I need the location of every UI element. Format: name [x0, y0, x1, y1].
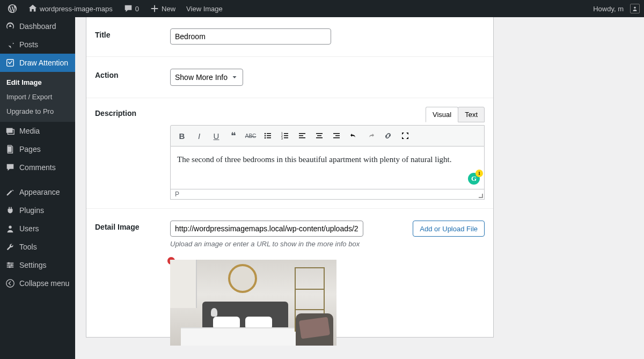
editor-path: P [175, 191, 179, 198]
svg-rect-4 [8, 146, 12, 152]
action-select[interactable]: Show More Info [170, 69, 243, 86]
strike-button[interactable]: ABC [243, 128, 259, 144]
action-row: Action Show More Info [86, 57, 493, 98]
detail-hint: Upload an image or enter a URL to show i… [170, 240, 485, 248]
comments-link[interactable]: 0 [120, 4, 142, 13]
detail-url-input[interactable] [170, 221, 363, 237]
svg-rect-26 [299, 135, 303, 136]
admin-bar: wordpress-image-maps 0 New View Image Ho… [0, 0, 644, 17]
wp-logo-icon[interactable] [4, 4, 20, 13]
menu-users[interactable]: Users [0, 219, 75, 238]
menu-plugins[interactable]: Plugins [0, 201, 75, 219]
svg-point-17 [265, 137, 266, 138]
bullet-list-button[interactable] [260, 128, 276, 144]
comments-icon [5, 163, 15, 172]
new-link[interactable]: New [147, 4, 179, 13]
undo-button[interactable] [346, 128, 362, 144]
submenu-import-export[interactable]: Import / Export [0, 90, 75, 104]
upload-button[interactable]: Add or Upload File [413, 221, 485, 237]
fullscreen-button[interactable] [397, 128, 413, 144]
svg-rect-25 [299, 133, 305, 134]
menu-draw-attention[interactable]: Draw Attention [0, 54, 75, 72]
comments-count: 0 [135, 5, 139, 13]
align-left-button[interactable] [294, 128, 310, 144]
align-center-button[interactable] [311, 128, 327, 144]
title-label: Title [95, 28, 170, 39]
description-text: The second of three bedrooms in this bea… [177, 155, 452, 164]
resize-handle[interactable] [478, 193, 483, 198]
svg-rect-27 [299, 137, 305, 138]
menu-comments[interactable]: Comments [0, 158, 75, 177]
settings-icon [5, 260, 15, 270]
menu-pages[interactable]: Pages [0, 140, 75, 158]
detail-thumbnail[interactable] [170, 260, 336, 346]
italic-button[interactable]: I [191, 128, 207, 144]
svg-rect-30 [316, 137, 323, 138]
users-icon [5, 224, 15, 233]
howdy-text: Howdy, m [593, 5, 624, 13]
svg-text:3: 3 [281, 137, 283, 140]
menu-appearance[interactable]: Appearance [0, 183, 75, 201]
svg-point-12 [6, 280, 14, 287]
menu-collapse[interactable]: Collapse menu [0, 274, 75, 292]
title-input[interactable] [170, 28, 331, 45]
editor-content[interactable]: The second of three bedrooms in this bea… [170, 146, 485, 189]
new-label: New [162, 5, 175, 13]
svg-rect-29 [317, 135, 321, 136]
svg-rect-16 [267, 135, 271, 136]
tools-icon [5, 242, 15, 252]
plus-icon [150, 4, 159, 13]
site-name: wordpress-image-maps [40, 5, 113, 13]
underline-button[interactable]: U [208, 128, 224, 144]
svg-rect-2 [6, 128, 13, 133]
comment-icon [123, 4, 133, 13]
site-link[interactable]: wordpress-image-maps [25, 4, 116, 13]
submenu-edit-image[interactable]: Edit Image [0, 75, 75, 90]
svg-point-11 [9, 266, 11, 268]
title-row: Title [86, 17, 493, 57]
description-row: Description Visual Text B I U ❝ ABC 123 [86, 98, 493, 209]
pages-icon [5, 144, 15, 154]
avatar[interactable] [630, 4, 640, 13]
svg-point-13 [265, 133, 266, 134]
media-icon [5, 126, 15, 136]
svg-point-15 [265, 135, 266, 136]
svg-rect-22 [284, 135, 288, 136]
svg-rect-33 [333, 137, 340, 138]
admin-sidebar: Dashboard Posts Draw Attention Edit Imag… [0, 17, 75, 359]
submenu-upgrade[interactable]: Upgrade to Pro [0, 104, 75, 119]
svg-point-5 [9, 226, 11, 229]
menu-posts[interactable]: Posts [0, 35, 75, 54]
number-list-button[interactable]: 123 [277, 128, 293, 144]
menu-media[interactable]: Media [0, 122, 75, 140]
editor-status: P [170, 189, 485, 200]
detail-image-row: Detail Image Add or Upload File Upload a… [86, 209, 493, 357]
svg-point-9 [8, 262, 10, 265]
svg-point-0 [634, 6, 636, 9]
detail-image-label: Detail Image [95, 221, 170, 231]
align-right-button[interactable] [328, 128, 345, 144]
svg-rect-18 [267, 137, 271, 138]
menu-settings[interactable]: Settings [0, 256, 75, 274]
menu-tools[interactable]: Tools [0, 238, 75, 256]
person-icon [632, 5, 638, 12]
svg-rect-28 [316, 133, 323, 134]
editor-tab-text[interactable]: Text [458, 107, 485, 122]
pin-icon [5, 40, 15, 49]
grammarly-badge[interactable]: G [468, 173, 480, 185]
howdy-link[interactable]: Howdy, m [590, 5, 627, 13]
description-label: Description [95, 107, 170, 118]
svg-rect-14 [267, 133, 271, 134]
main-content[interactable]: Title Action Show More Info Description … [75, 17, 644, 359]
bold-button[interactable]: B [174, 128, 190, 144]
menu-dashboard[interactable]: Dashboard [0, 17, 75, 35]
collapse-icon [5, 279, 15, 288]
detail-thumbnail-wrap: − [170, 260, 336, 346]
editor-tab-visual[interactable]: Visual [426, 107, 458, 122]
view-image-link[interactable]: View Image [183, 5, 226, 13]
svg-rect-20 [284, 133, 288, 134]
home-icon [28, 4, 38, 13]
link-button[interactable] [380, 128, 396, 144]
quote-button[interactable]: ❝ [225, 128, 241, 144]
redo-button[interactable] [363, 128, 379, 144]
